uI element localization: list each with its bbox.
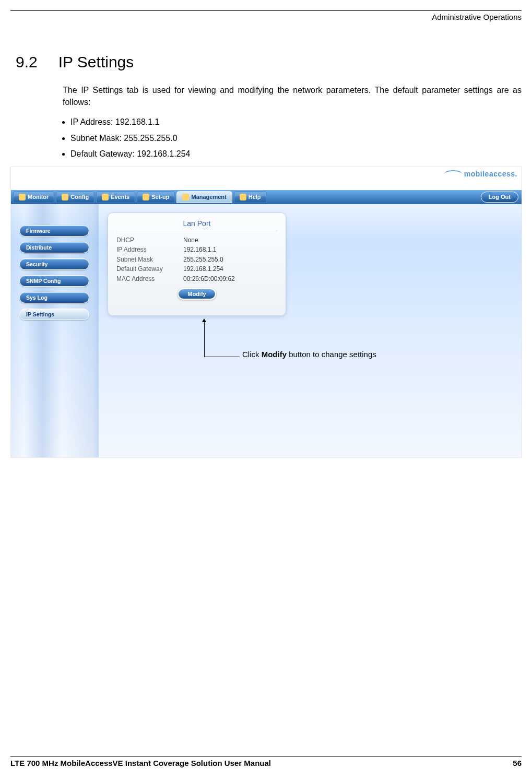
nav-config[interactable]: Config xyxy=(56,191,94,203)
sidebar-item-distribute[interactable]: Distribute xyxy=(19,242,89,253)
page-footer: LTE 700 MHz MobileAccessVE Instant Cover… xyxy=(10,756,522,767)
footer-page-number: 56 xyxy=(513,759,522,767)
nav-setup[interactable]: Set-up xyxy=(137,191,175,203)
panel-row: Subnet Mask255.255.255.0 xyxy=(116,255,277,265)
nav-icon xyxy=(62,194,68,200)
section-title: IP Settings xyxy=(58,53,134,71)
logout-button[interactable]: Log Out xyxy=(481,192,518,203)
list-item: IP Address: 192.168.1.1 xyxy=(70,114,522,130)
content-area: Firmware Distribute Security SNMP Config… xyxy=(11,204,522,457)
sidebar-item-security[interactable]: Security xyxy=(19,258,89,270)
nav-help[interactable]: Help xyxy=(234,191,267,203)
sidebar-item-snmp[interactable]: SNMP Config xyxy=(19,275,89,287)
section-number: 9.2 xyxy=(16,53,38,71)
swoosh-icon xyxy=(444,170,462,178)
defaults-list: IP Address: 192.168.1.1 Subnet Mask: 255… xyxy=(70,114,522,162)
app-screenshot: mobileaccess. Monitor Config Events Set-… xyxy=(10,167,522,458)
top-nav: Monitor Config Events Set-up Management … xyxy=(11,190,522,204)
nav-monitor[interactable]: Monitor xyxy=(13,191,54,203)
sidebar-item-firmware[interactable]: Firmware xyxy=(19,225,89,237)
nav-events[interactable]: Events xyxy=(96,191,135,203)
nav-icon xyxy=(143,194,149,200)
panel-title: Lan Port xyxy=(116,219,277,231)
nav-icon xyxy=(182,194,189,200)
sidebar: Firmware Distribute Security SNMP Config… xyxy=(11,204,99,457)
intro-paragraph: The IP Settings tab is used for viewing … xyxy=(63,84,522,108)
logo-bar: mobileaccess. xyxy=(11,167,522,190)
footer-manual-title: LTE 700 MHz MobileAccessVE Instant Cover… xyxy=(10,759,271,767)
nav-management[interactable]: Management xyxy=(176,191,232,203)
nav-icon xyxy=(240,194,246,200)
nav-icon xyxy=(102,194,109,200)
list-item: Subnet Mask: 255.255.255.0 xyxy=(70,131,522,146)
sidebar-item-syslog[interactable]: Sys Log xyxy=(19,292,89,303)
callout-line xyxy=(204,320,205,357)
page-header: Administrative Operations xyxy=(10,13,522,25)
lan-port-panel: Lan Port DHCPNone IP Address192.168.1.1 … xyxy=(108,212,286,316)
panel-row: DHCPNone xyxy=(116,235,277,245)
section-heading: 9.2 IP Settings xyxy=(16,53,522,71)
panel-row: IP Address192.168.1.1 xyxy=(116,245,277,255)
panel-row: MAC Address00:26:6D:00:09:62 xyxy=(116,274,277,284)
callout-text: Click Modify button to change settings xyxy=(242,349,376,360)
list-item: Default Gateway: 192.168.1.254 xyxy=(70,146,522,162)
callout-line xyxy=(204,357,240,357)
sidebar-item-ipsettings[interactable]: IP Settings xyxy=(19,309,89,320)
panel-row: Default Gateway192.168.1.254 xyxy=(116,264,277,274)
nav-icon xyxy=(19,194,26,200)
brand-logo: mobileaccess. xyxy=(444,169,517,178)
modify-button[interactable]: Modify xyxy=(178,288,216,300)
